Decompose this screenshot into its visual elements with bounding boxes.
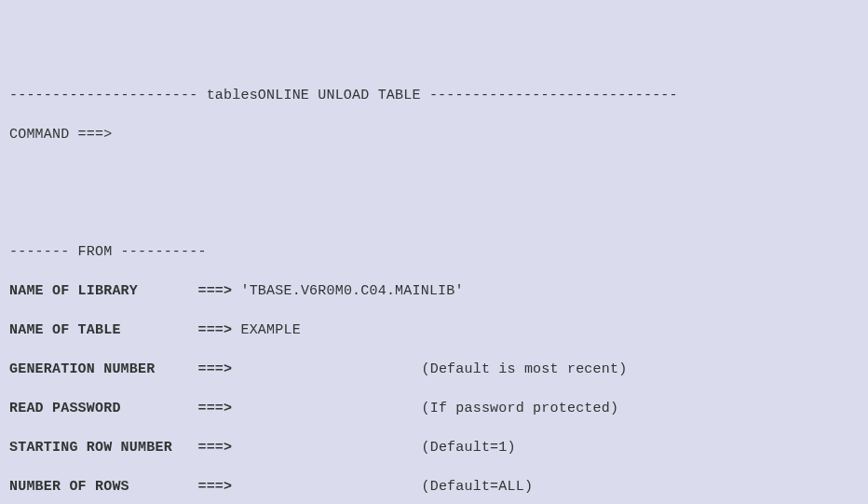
arrow-icon: ===> [197,479,232,495]
generation-row: GENERATION NUMBER ===> (Default is most … [9,360,859,379]
table-label: NAME OF TABLE [9,322,121,338]
command-row: COMMAND ===> [9,125,859,144]
title-dash-left: ---------------------- [9,88,207,103]
title-row: ---------------------- tablesONLINE UNLO… [9,86,859,105]
library-input[interactable]: 'TBASE.V6R0M0.C04.MAINLIB' [240,283,463,299]
start-row-label: STARTING ROW NUMBER [9,440,172,456]
table-row: NAME OF TABLE ===> EXAMPLE [9,320,859,340]
page-title: tablesONLINE UNLOAD TABLE [207,88,421,103]
library-row: NAME OF LIBRARY ===> 'TBASE.V6R0M0.C04.M… [9,281,859,301]
num-rows-hint: (Default=ALL) [422,479,534,495]
arrow-icon: ===> [197,361,232,377]
library-label: NAME OF LIBRARY [9,283,138,299]
start-row-row: STARTING ROW NUMBER ===> (Default=1) [9,438,859,457]
arrow-icon: ===> [197,322,232,338]
password-hint: (If password protected) [422,401,619,416]
arrow-icon: ===> [197,401,232,416]
title-dash-right: ----------------------------- [421,88,678,103]
table-input[interactable]: EXAMPLE [240,322,300,338]
num-rows-label: NUMBER OF ROWS [9,479,129,495]
password-label: READ PASSWORD [9,401,121,416]
arrow-icon: ===> [197,440,232,456]
start-row-hint: (Default=1) [421,440,515,456]
generation-label: GENERATION NUMBER [9,361,155,377]
arrow-icon: ===> [197,283,232,299]
from-divider: ------- FROM ---------- [9,242,859,262]
generation-hint: (Default is most recent) [422,361,628,377]
num-rows-row: NUMBER OF ROWS ===> (Default=ALL) [9,477,859,497]
password-row: READ PASSWORD ===> (If password protecte… [9,399,859,418]
command-label: COMMAND ===> [9,127,112,143]
